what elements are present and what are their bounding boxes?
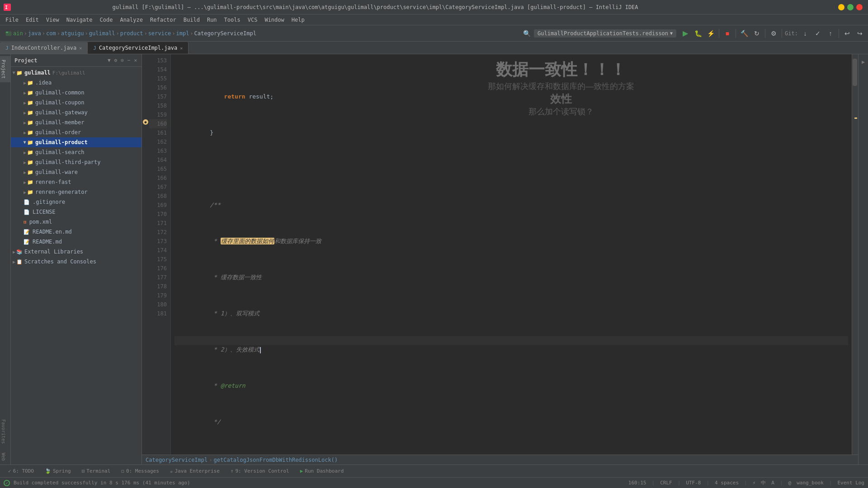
tree-gulimall-search[interactable]: ▶ 📁 gulimall-search: [11, 147, 142, 157]
build-button[interactable]: 🔨: [739, 28, 750, 39]
breadcrumb-product[interactable]: product: [120, 30, 143, 37]
project-panel: Project ▼ ⚙ ⊙ − ✕ ▶ 📁 gulimall F:\gulima…: [11, 54, 142, 465]
tab-version-control[interactable]: ↑ 9: Version Control: [226, 467, 294, 475]
tree-external-libraries[interactable]: ▶ 📚 External Libraries: [11, 247, 142, 257]
run-coverage-button[interactable]: ⚡: [705, 28, 716, 39]
tree-readme[interactable]: 📝 README.md: [11, 237, 142, 247]
close-button[interactable]: [856, 4, 863, 10]
project-tool-button[interactable]: Project: [0, 56, 10, 82]
project-gear[interactable]: ⚙: [113, 56, 118, 64]
tree-gulimall-ware[interactable]: ▶ 📁 gulimall-ware: [11, 167, 142, 177]
status-line-sep[interactable]: CRLF: [660, 480, 672, 486]
tab-indexcontroller[interactable]: J IndexController.java ✕: [0, 42, 88, 54]
breadcrumb-categoryserviceimpl[interactable]: CategoryServiceImpl: [194, 30, 256, 37]
svg-text:I: I: [5, 5, 8, 10]
git-update-button[interactable]: ↓: [800, 28, 811, 39]
status-indent[interactable]: 4 spaces: [715, 480, 739, 486]
breadcrumb-project[interactable]: ain: [5, 30, 23, 37]
tree-gulimall-gateway[interactable]: ▶ 📁 gulimall-gateway: [11, 108, 142, 117]
search-everywhere-button[interactable]: 🔍: [521, 28, 532, 39]
tree-renren-fast[interactable]: ▶ 📁 renren-fast: [11, 177, 142, 187]
breadcrumb-impl[interactable]: impl: [176, 30, 189, 37]
breadcrumb-bottom-class[interactable]: CategoryServiceImpl: [146, 457, 208, 463]
tree-license[interactable]: 📄 LICENSE: [11, 207, 142, 217]
project-scroll-to-source[interactable]: ⊙: [120, 56, 125, 64]
tree-renren-generator[interactable]: ▶ 📁 renren-generator: [11, 187, 142, 197]
tab-close-categoryserviceimpl[interactable]: ✕: [180, 46, 183, 51]
tab-categoryserviceimpl[interactable]: J CategoryServiceImpl.java ✕: [88, 42, 189, 54]
tree-gulimall-member[interactable]: ▶ 📁 gulimall-member: [11, 117, 142, 127]
menu-vcs[interactable]: VCS: [244, 16, 261, 24]
menu-view[interactable]: View: [42, 16, 63, 24]
editor-scrollbar[interactable]: [852, 54, 858, 455]
status-at-icon: @: [788, 480, 792, 486]
tree-gulimall-third-party[interactable]: ▶ 📁 gulimall-third-party: [11, 157, 142, 167]
debug-button[interactable]: 🐛: [693, 28, 703, 39]
menu-analyze[interactable]: Analyze: [116, 16, 146, 24]
status-position[interactable]: 160:15: [628, 480, 646, 486]
project-view-options[interactable]: ▼: [107, 56, 112, 64]
git-commit-button[interactable]: ✓: [812, 28, 823, 39]
status-lang-zh[interactable]: 中: [761, 479, 766, 486]
status-event-log[interactable]: Event Log: [837, 480, 864, 486]
run-button[interactable]: ▶: [680, 28, 691, 39]
settings-button[interactable]: ⚙: [768, 28, 779, 39]
project-title: Project: [14, 57, 105, 64]
menu-navigate[interactable]: Navigate: [63, 16, 96, 24]
menu-edit[interactable]: Edit: [22, 16, 42, 24]
main-area: Project Favorites Web Project ▼ ⚙ ⊙ − ✕ …: [0, 54, 868, 465]
tab-spring[interactable]: 🍃 Spring: [40, 467, 75, 475]
window-controls: [838, 4, 863, 10]
breadcrumb-service[interactable]: service: [148, 30, 171, 37]
tab-java-enterprise[interactable]: ☕ Java Enterprise: [165, 467, 224, 475]
tab-messages[interactable]: ◻ 0: Messages: [117, 467, 163, 475]
breadcrumb-com[interactable]: com: [46, 30, 56, 37]
menu-code[interactable]: Code: [96, 16, 117, 24]
web-tool-button[interactable]: Web: [0, 449, 10, 465]
toolbar: ain › java › com › atguigu › gulimall › …: [0, 25, 868, 42]
tab-close-indexcontroller[interactable]: ✕: [79, 46, 82, 51]
tree-scratches-consoles[interactable]: ▶ 📋 Scratches and Consoles: [11, 257, 142, 267]
tree-gulimall-order[interactable]: ▶ 📁 gulimall-order: [11, 127, 142, 137]
sync-button[interactable]: ↻: [751, 28, 762, 39]
status-encoding[interactable]: UTF-8: [686, 480, 701, 486]
menu-run[interactable]: Run: [203, 16, 221, 24]
code-editor[interactable]: 数据一致性！！！ 那如何解决缓存和数据库的—致性的方案 效性 那么加个读写锁？ …: [142, 54, 858, 465]
tab-todo[interactable]: ✓ 6: TODO: [4, 467, 38, 475]
tree-gitignore[interactable]: 📄 .gitignore: [11, 197, 142, 207]
tree-gulimall-coupon[interactable]: ▶ 📁 gulimall-coupon: [11, 98, 142, 108]
breadcrumb-gulimall[interactable]: gulimall: [89, 30, 115, 37]
minimize-button[interactable]: [838, 4, 844, 10]
redo-button[interactable]: ↪: [854, 28, 865, 39]
tree-pom[interactable]: ⊞ pom.xml: [11, 217, 142, 227]
run-config[interactable]: GulimallProductApplicationTests.redisson…: [534, 29, 676, 38]
menu-file[interactable]: File: [2, 16, 22, 24]
status-power: ⚡: [753, 480, 756, 486]
menu-help[interactable]: Help: [288, 16, 308, 24]
menu-build[interactable]: Build: [180, 16, 203, 24]
tree-readme-en[interactable]: 📝 README.en.md: [11, 227, 142, 237]
git-push-button[interactable]: ↑: [825, 28, 836, 39]
breadcrumb-bottom-method[interactable]: getCatalogJsonFromDbWithRedissonLock(): [214, 457, 338, 463]
tree-idea[interactable]: ▶ 📁 .idea: [11, 78, 142, 88]
tree-gulimall-common[interactable]: ▶ 📁 gulimall-common: [11, 88, 142, 98]
breadcrumb-atguigu[interactable]: atguigu: [61, 30, 84, 37]
tab-terminal[interactable]: ⊡ Terminal: [77, 467, 115, 475]
assistant-icon[interactable]: ▶: [859, 56, 868, 68]
tab-run-dashboard[interactable]: ▶ Run Dashboard: [296, 467, 349, 475]
scrollbar-thumb[interactable]: [853, 59, 857, 86]
undo-button[interactable]: ↩: [842, 28, 853, 39]
menu-refactor[interactable]: Refactor: [146, 16, 180, 24]
project-collapse[interactable]: −: [127, 56, 132, 64]
code-text[interactable]: return result; } /** * 缓存里面的数据如何和数据库保持一致: [171, 54, 852, 455]
menu-tools[interactable]: Tools: [221, 16, 244, 24]
menu-window[interactable]: Window: [261, 16, 288, 24]
breadcrumb-java[interactable]: java: [28, 30, 41, 37]
project-hide[interactable]: ✕: [133, 56, 138, 64]
tree-root-gulimall[interactable]: ▶ 📁 gulimall F:\gulimall: [11, 68, 142, 78]
maximize-button[interactable]: [847, 4, 854, 10]
status-lang-en[interactable]: A: [771, 480, 774, 486]
tree-gulimall-product[interactable]: ▶ 📁 gulimall-product: [11, 137, 142, 147]
stop-button[interactable]: ■: [722, 28, 733, 39]
favorites-tool-button[interactable]: Favorites: [0, 416, 10, 447]
